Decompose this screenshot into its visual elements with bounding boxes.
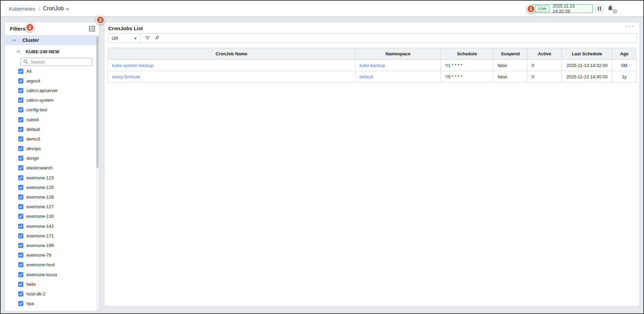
column-header[interactable]: Namespace <box>355 48 441 60</box>
column-header[interactable]: Active <box>528 48 562 60</box>
namespace-filter-item[interactable]: hello <box>5 279 95 289</box>
schedule-cell: */1 * * * * <box>441 60 493 71</box>
namespace-filter-item[interactable]: devops <box>5 144 95 154</box>
live-status-box: Live 2025.11.13 14:32:39 <box>532 4 593 13</box>
namespace-filter-item[interactable]: calico-apiserver <box>5 86 95 95</box>
namespace-filter-item[interactable]: exemone-127 <box>5 202 95 212</box>
column-header[interactable]: CronJob Name <box>108 48 355 60</box>
breadcrumb-cronjob-dropdown[interactable]: CronJob <box>43 5 69 12</box>
checkbox-checked-icon[interactable] <box>18 88 23 93</box>
column-header[interactable]: Suspend <box>493 48 528 60</box>
checkbox-checked-icon[interactable] <box>18 243 23 248</box>
namespace-filter-item[interactable]: argocd <box>5 76 95 86</box>
active-cell: 0 <box>528 71 562 82</box>
checkbox-checked-icon[interactable] <box>18 204 23 209</box>
table-row: every-5minutedefault*/5 * * * *false0202… <box>108 71 636 82</box>
checkbox-checked-icon[interactable] <box>18 194 23 200</box>
namespace-filter-item[interactable]: exemone-125 <box>5 182 95 192</box>
checkbox-checked-icon[interactable] <box>18 291 23 296</box>
last-schedule-cell: 2025-11-13 14:32:00 <box>562 60 612 71</box>
namespace-filter-item[interactable]: host-db-2 <box>5 289 95 299</box>
checkbox-checked-icon[interactable] <box>18 127 23 132</box>
namespace-filter-item[interactable]: calico-system <box>5 96 95 105</box>
checkbox-checked-icon[interactable] <box>18 253 23 258</box>
pause-refresh-button[interactable] <box>595 4 604 13</box>
more-menu-icon[interactable]: ··· <box>626 23 635 30</box>
filter-operator-select[interactable]: OR <box>108 34 140 43</box>
notifications-button[interactable]: 0 <box>607 4 617 14</box>
last-schedule-cell: 2025-11-13 14:30:00 <box>562 71 612 82</box>
checkbox-checked-icon[interactable] <box>18 175 23 180</box>
sidebar-scrollbar-thumb[interactable] <box>96 36 99 168</box>
age-cell: 1y <box>612 71 636 82</box>
namespace-filter-item[interactable]: config-test <box>5 105 95 115</box>
suspend-cell: false <box>493 60 528 71</box>
namespace-filter-item[interactable]: cubrid <box>5 115 95 124</box>
checkbox-checked-icon[interactable] <box>18 301 23 306</box>
namespace-filter-label: hpa <box>26 301 34 306</box>
checkbox-checked-icon[interactable] <box>18 224 23 229</box>
namespace-filter-item[interactable]: exemone-host <box>5 260 95 270</box>
checkbox-checked-icon[interactable] <box>18 282 23 287</box>
namespace-filter-item[interactable]: dongri <box>5 154 95 163</box>
cronjob-name-link[interactable]: kube-system-backup <box>112 63 153 68</box>
filter-operator-value: OR <box>112 36 119 41</box>
checkbox-checked-icon[interactable] <box>18 233 23 238</box>
checkbox-checked-icon[interactable] <box>18 262 23 267</box>
namespace-filter-item[interactable]: exemone-tosca <box>5 270 95 279</box>
namespace-filter-item[interactable]: exemone-123 <box>5 173 95 182</box>
checkbox-checked-icon[interactable] <box>18 136 23 142</box>
cluster-section-toggle[interactable]: Cluster <box>5 35 99 45</box>
checkbox-checked-icon[interactable] <box>18 185 23 190</box>
table-filter-bar: OR <box>108 33 637 43</box>
checkbox-checked-icon[interactable] <box>18 117 23 122</box>
namespace-filter-item[interactable]: exemone-142 <box>5 221 95 231</box>
annotation-badge-3: 3 <box>96 15 105 24</box>
chevron-up-icon <box>12 39 16 42</box>
column-header[interactable]: Schedule <box>441 48 493 60</box>
filter-list-button[interactable] <box>145 36 150 41</box>
collapse-sidebar-button[interactable] <box>89 26 95 32</box>
namespace-filter-label: exemone-171 <box>26 233 54 238</box>
pin-icon <box>154 35 160 41</box>
checkbox-checked-icon[interactable] <box>18 98 23 103</box>
chevron-down-icon <box>66 8 69 10</box>
namespace-filter-item-partial[interactable] <box>5 310 23 311</box>
namespace-filter-item[interactable]: exemone-171 <box>5 231 95 240</box>
checkbox-checked-icon[interactable] <box>18 107 23 112</box>
namespace-filter-item[interactable]: hpa <box>5 299 95 309</box>
notification-count-badge: 0 <box>613 9 617 14</box>
checkbox-checked-icon[interactable] <box>18 165 23 170</box>
filters-sidebar: Filters Cluster KUBE-240-NEW Allargocdca… <box>4 22 99 311</box>
namespace-filter-item[interactable]: exemone-79 <box>5 250 95 260</box>
namespace-filter-label: All <box>26 69 31 74</box>
namespace-filter-label: exemone-127 <box>26 204 54 209</box>
column-header[interactable]: Age <box>612 48 636 60</box>
checkbox-checked-icon[interactable] <box>18 272 23 277</box>
checkbox-checked-icon[interactable] <box>18 69 23 74</box>
namespace-filter-item[interactable]: exemone-130 <box>5 212 95 221</box>
namespace-filter-item[interactable]: All <box>5 66 95 76</box>
namespace-search-box <box>20 58 92 66</box>
checkbox-checked-icon[interactable] <box>18 78 23 83</box>
breadcrumb: Kubernetes / CronJob <box>9 1 69 16</box>
namespace-filter-label: dongri <box>26 156 39 161</box>
namespace-link[interactable]: default <box>359 74 373 79</box>
namespace-filter-item[interactable]: elasticsearch <box>5 163 95 173</box>
namespace-filter-item[interactable]: exemone-199 <box>5 240 95 250</box>
namespace-search-input[interactable] <box>31 59 86 65</box>
namespace-filter-label: devops <box>26 146 41 151</box>
breadcrumb-kubernetes[interactable]: Kubernetes <box>9 6 35 12</box>
checkbox-checked-icon[interactable] <box>18 146 23 151</box>
cronjob-name-link[interactable]: every-5minute <box>112 74 140 79</box>
namespace-link[interactable]: kube-backup <box>359 63 385 68</box>
cluster-name-toggle[interactable]: KUBE-240-NEW <box>5 47 99 56</box>
column-header[interactable]: Last Schedule <box>562 48 612 60</box>
namespace-filter-label: default <box>26 127 40 132</box>
checkbox-checked-icon[interactable] <box>18 214 23 219</box>
namespace-filter-item[interactable]: exemone-126 <box>5 192 95 202</box>
namespace-filter-item[interactable]: default <box>5 124 95 134</box>
namespace-filter-item[interactable]: demo3 <box>5 134 95 144</box>
pin-filter-button[interactable] <box>154 35 160 41</box>
checkbox-checked-icon[interactable] <box>18 156 23 161</box>
